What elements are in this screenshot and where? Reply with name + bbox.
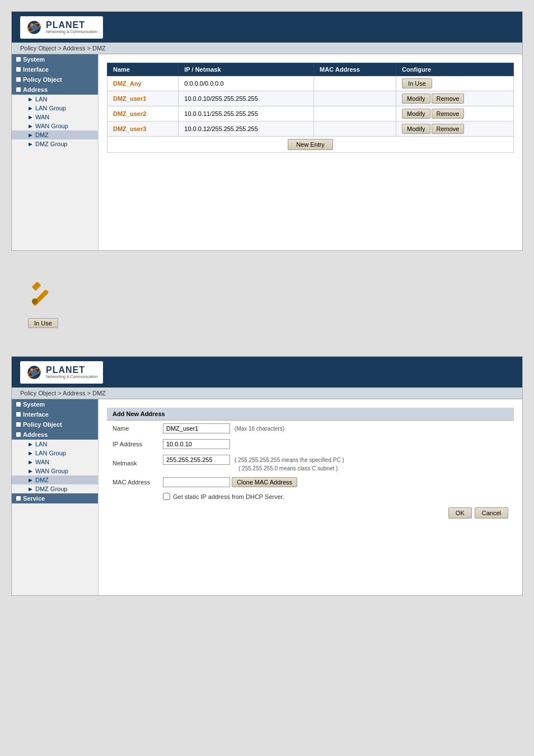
- sidebar-item-wan-group[interactable]: ► WAN Group: [12, 122, 98, 130]
- ip-input[interactable]: [163, 439, 230, 449]
- remove-button-user2[interactable]: Remove: [432, 109, 465, 119]
- sidebar-header-service-2[interactable]: Service: [12, 493, 98, 503]
- header-bar-1: PLANET Networking & Communication: [12, 12, 522, 43]
- name-input[interactable]: [163, 423, 230, 433]
- sidebar-label-interface: Interface: [23, 66, 49, 73]
- sidebar-item-wan[interactable]: ► WAN: [12, 113, 98, 122]
- sidebar-label-system: System: [23, 56, 45, 63]
- sidebar-1: System Interface Policy Object: [12, 54, 99, 250]
- row-ip-dmz-user1: 10.0.0.10/255.255.255.255: [179, 91, 314, 106]
- form-row-mac: MAC Address Clone MAC Address: [107, 474, 514, 490]
- row-config-dmz-user2: Modify Remove: [396, 106, 514, 122]
- netmask-hint2: ( 255.255.255.0 means class C subnet ): [233, 465, 338, 472]
- content-area-1: Name IP / Netmask MAC Address Configure …: [99, 54, 522, 250]
- netmask-input[interactable]: [163, 455, 230, 465]
- sidebar-item-dmz-group-2[interactable]: ► DMZ Group: [12, 484, 98, 493]
- sidebar-label-address-2: Address: [23, 431, 48, 438]
- modify-button-user1[interactable]: Modify: [402, 94, 430, 104]
- row-name-dmz-user2: DMZ_user2: [107, 106, 179, 122]
- modify-button-user2[interactable]: Modify: [402, 109, 430, 119]
- sidebar-item-dmz[interactable]: ► DMZ: [12, 130, 98, 139]
- sidebar-header-address[interactable]: Address: [12, 85, 98, 95]
- row-name-dmz-any: DMZ_Any: [107, 76, 179, 91]
- sidebar-icon-interface: [16, 67, 21, 72]
- sidebar-item-lan-group[interactable]: ► LAN Group: [12, 104, 98, 113]
- row-mac-dmz-user3: [314, 122, 396, 137]
- ok-button[interactable]: OK: [448, 507, 472, 519]
- dhcp-checkbox[interactable]: [163, 493, 170, 500]
- inuse-button-dmz-any[interactable]: In Use: [402, 78, 432, 88]
- sidebar-section-policyobj: Policy Object: [12, 74, 98, 85]
- sidebar-item-wan-2[interactable]: ► WAN: [12, 458, 98, 466]
- panel-2: PLANET Networking & Communication Policy…: [11, 356, 523, 596]
- sidebar-2: System Interface Policy Object: [12, 399, 99, 595]
- sidebar-header-system-2[interactable]: System: [12, 399, 98, 409]
- col-header-name: Name: [107, 63, 179, 76]
- sidebar-label-address: Address: [23, 86, 48, 93]
- sidebar-section-interface: Interface: [12, 64, 98, 74]
- page-wrapper: PLANET Networking & Communication Policy…: [0, 0, 534, 756]
- remove-button-user3[interactable]: Remove: [432, 124, 465, 134]
- logo-text-2: PLANET Networking & Communication: [46, 365, 97, 379]
- sidebar-item-lan[interactable]: ► LAN: [12, 95, 98, 104]
- content-area-2: Add New Address Name (Max 16 characters)…: [99, 399, 522, 595]
- svg-point-6: [32, 298, 38, 304]
- field-dhcp-cell: Get static IP address from DHCP Server.: [157, 490, 514, 503]
- btn-group-user3: Modify Remove: [402, 124, 508, 134]
- cancel-button[interactable]: Cancel: [475, 507, 508, 519]
- remove-button-user1[interactable]: Remove: [432, 94, 465, 104]
- table-row: DMZ_user3 10.0.0.12/255.255.255.255 Modi…: [107, 122, 514, 137]
- btn-group-user2: Modify Remove: [402, 109, 508, 119]
- sidebar-icon-address-2: [16, 432, 21, 437]
- logo-area-1: PLANET Networking & Communication: [20, 16, 103, 39]
- sidebar-header-address-2[interactable]: Address: [12, 430, 98, 440]
- field-netmask-cell: ( 255.255.255.255 means the specified PC…: [157, 452, 514, 474]
- tools-icon: [28, 279, 59, 310]
- label-ip: IP Address: [107, 436, 157, 452]
- sidebar-item-lan-2[interactable]: ► LAN: [12, 440, 98, 449]
- sidebar-label-policyobj: Policy Object: [23, 76, 62, 83]
- panel-1: PLANET Networking & Communication Policy…: [11, 11, 523, 251]
- sidebar-section-interface-2: Interface: [12, 409, 98, 419]
- name-hint: (Max 16 characters): [235, 426, 284, 432]
- row-mac-dmz-user2: [314, 106, 396, 122]
- row-name-dmz-user1: DMZ_user1: [107, 91, 179, 106]
- sidebar-header-system[interactable]: System: [12, 54, 98, 64]
- sidebar-icon-interface-2: [16, 412, 21, 417]
- main-content-1: System Interface Policy Object: [12, 54, 522, 250]
- header-bar-2: PLANET Networking & Communication: [12, 357, 522, 388]
- logo-area-2: PLANET Networking & Communication: [20, 361, 103, 384]
- planet-logo-icon-2: [26, 364, 43, 381]
- planet-logo-icon: [26, 19, 43, 36]
- sidebar-label-service-2: Service: [23, 495, 45, 502]
- sidebar-header-policyobj-2[interactable]: Policy Object: [12, 419, 98, 430]
- col-header-mac: MAC Address: [314, 63, 396, 76]
- form-row-dhcp: Get static IP address from DHCP Server.: [107, 490, 514, 503]
- logo-text: PLANET Networking & Communication: [46, 20, 97, 34]
- svg-point-3: [30, 23, 33, 26]
- form-table: Name (Max 16 characters) IP Address: [107, 421, 514, 503]
- clone-mac-button[interactable]: Clone MAC Address: [232, 477, 297, 487]
- label-mac: MAC Address: [107, 474, 157, 490]
- logo-planet-text: PLANET: [46, 20, 97, 30]
- sidebar-icon-system: [16, 57, 21, 62]
- in-use-button-mid[interactable]: In Use: [28, 318, 58, 328]
- logo-planet-text-2: PLANET: [46, 365, 97, 375]
- mac-input[interactable]: [163, 477, 230, 487]
- sidebar-item-dmz-2[interactable]: ► DMZ: [12, 475, 98, 484]
- dhcp-checkbox-label: Get static IP address from DHCP Server.: [163, 493, 508, 500]
- field-name-cell: (Max 16 characters): [157, 421, 514, 436]
- row-mac-dmz-user1: [314, 91, 396, 106]
- netmask-hint: ( 255.255.255.255 means the specified PC…: [235, 457, 344, 463]
- sidebar-header-policyobj[interactable]: Policy Object: [12, 74, 98, 85]
- label-dhcp: [107, 490, 157, 503]
- sidebar-header-interface[interactable]: Interface: [12, 64, 98, 74]
- sidebar-header-interface-2[interactable]: Interface: [12, 409, 98, 419]
- modify-button-user3[interactable]: Modify: [402, 124, 430, 134]
- sidebar-item-wan-group-2[interactable]: ► WAN Group: [12, 466, 98, 475]
- new-entry-button[interactable]: New Entry: [288, 139, 333, 150]
- sidebar-item-lan-group-2[interactable]: ► LAN Group: [12, 449, 98, 458]
- sidebar-item-dmz-group[interactable]: ► DMZ Group: [12, 139, 98, 148]
- form-row-ip: IP Address: [107, 436, 514, 452]
- row-mac-dmz-any: [314, 76, 396, 91]
